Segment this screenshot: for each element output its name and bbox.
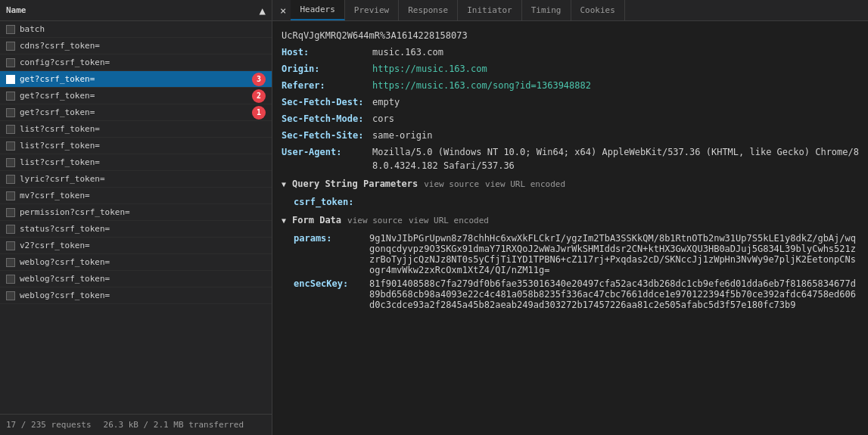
referer-value[interactable]: https://music.163.com/song?id=1363948882: [372, 79, 859, 92]
query-section-content: csrf_token:: [272, 194, 868, 210]
form-section-content: params: 9g1NvJIbPGrUpwn8z78chhHc6xwXkFLC…: [272, 230, 868, 313]
item-checkbox[interactable]: [6, 258, 15, 267]
csrf-token-param-row: csrf_token:: [294, 195, 859, 209]
sec-fetch-dest-label: Sec-Fetch-Dest:: [282, 95, 372, 109]
item-checkbox[interactable]: [6, 25, 15, 34]
item-name: permission?csrf_token=: [20, 207, 266, 217]
tab-cookies[interactable]: Cookies: [571, 0, 625, 20]
network-list-item[interactable]: config?csrf_token=: [0, 54, 272, 71]
referer-row: Referer: https://music.163.com/song?id=1…: [272, 77, 868, 94]
sec-fetch-site-row: Sec-Fetch-Site: same-origin: [272, 127, 868, 144]
user-agent-label: User-Agent:: [282, 145, 372, 172]
enc-sec-key-row: encSecKey: 81f901408588c7fa279df0b6fae35…: [294, 277, 859, 312]
item-checkbox[interactable]: [6, 241, 15, 250]
user-agent-row: User-Agent: Mozilla/5.0 (Windows NT 10.0…: [272, 144, 868, 174]
left-panel: Name ▲ batchcdns?csrf_token=config?csrf_…: [0, 0, 272, 435]
item-name: get?csrf_token=: [20, 107, 249, 117]
network-list-item[interactable]: list?csrf_token=: [0, 138, 272, 154]
tab-initiator[interactable]: Initiator: [458, 0, 522, 20]
network-list-item[interactable]: weblog?csrf_token=: [0, 254, 272, 271]
sec-fetch-site-label: Sec-Fetch-Site:: [282, 129, 372, 142]
item-checkbox[interactable]: [6, 92, 15, 101]
item-name: list?csrf_token=: [20, 141, 266, 151]
item-name: batch: [20, 24, 266, 34]
network-list-item[interactable]: get?csrf_token=1: [0, 104, 272, 121]
query-view-source-link[interactable]: view source: [424, 179, 479, 189]
item-checkbox[interactable]: [6, 175, 15, 184]
network-list-item[interactable]: batch: [0, 21, 272, 38]
network-list-item[interactable]: weblog?csrf_token=: [0, 271, 272, 287]
tab-preview[interactable]: Preview: [345, 0, 399, 20]
item-checkbox[interactable]: [6, 291, 15, 300]
item-name: v2?csrf_token=: [20, 241, 266, 250]
item-checkbox[interactable]: [6, 75, 15, 84]
sec-fetch-site-value: same-origin: [372, 129, 859, 142]
content-area: UcRqVJgKMRQ2W644mR%3A1614228158073 Host:…: [272, 21, 868, 435]
tab-response[interactable]: Response: [399, 0, 458, 20]
params-label: params:: [294, 233, 369, 275]
item-badge: 3: [252, 73, 266, 86]
item-checkbox[interactable]: [6, 191, 15, 200]
item-checkbox[interactable]: [6, 141, 15, 151]
item-checkbox[interactable]: [6, 42, 15, 51]
tab-timing[interactable]: Timing: [522, 0, 571, 20]
url-header-row: UcRqVJgKMRQ2W644mR%3A1614228158073: [272, 27, 868, 44]
item-checkbox[interactable]: [6, 275, 15, 284]
item-name: mv?csrf_token=: [20, 191, 266, 200]
item-checkbox[interactable]: [6, 158, 15, 167]
item-name: lyric?csrf_token=: [20, 174, 266, 184]
form-toggle-icon[interactable]: ▼: [282, 216, 286, 225]
item-name: status?csrf_token=: [20, 224, 266, 234]
network-list-item[interactable]: mv?csrf_token=: [0, 188, 272, 204]
form-view-source-link[interactable]: view source: [347, 216, 403, 225]
query-view-url-encoded-link[interactable]: view URL encoded: [485, 179, 565, 189]
user-agent-value: Mozilla/5.0 (Windows NT 10.0; Win64; x64…: [372, 145, 859, 172]
network-list-item[interactable]: weblog?csrf_token=: [0, 287, 272, 304]
url-value: UcRqVJgKMRQ2W644mR%3A1614228158073: [282, 29, 859, 42]
network-list-item[interactable]: list?csrf_token=: [0, 154, 272, 171]
tab-headers[interactable]: Headers: [291, 0, 344, 20]
referer-label: Referer:: [282, 79, 372, 92]
item-name: list?csrf_token=: [20, 124, 266, 134]
network-list-item[interactable]: lyric?csrf_token=: [0, 171, 272, 188]
sort-icon[interactable]: ▲: [260, 5, 266, 17]
params-row: params: 9g1NvJIbPGrUpwn8z78chhHc6xwXkFLC…: [294, 231, 859, 277]
network-list-item[interactable]: list?csrf_token=: [0, 121, 272, 138]
params-value: 9g1NvJIbPGrUpwn8z78chhHc6xwXkFLCkrI/ygzI…: [369, 233, 859, 275]
item-checkbox[interactable]: [6, 58, 15, 67]
item-name: list?csrf_token=: [20, 157, 266, 167]
item-badge: 2: [252, 89, 266, 103]
item-checkbox[interactable]: [6, 225, 15, 234]
query-toggle-icon[interactable]: ▼: [282, 180, 286, 188]
item-checkbox[interactable]: [6, 125, 15, 134]
form-view-url-encoded-link[interactable]: view URL encoded: [409, 216, 489, 225]
origin-value[interactable]: https://music.163.com: [372, 62, 859, 76]
item-checkbox[interactable]: [6, 108, 15, 117]
close-button[interactable]: ×: [275, 0, 291, 20]
form-section-header: ▼ Form Data view source view URL encoded: [272, 210, 868, 230]
network-list[interactable]: batchcdns?csrf_token=config?csrf_token=g…: [0, 21, 272, 414]
network-list-item[interactable]: get?csrf_token=2: [0, 88, 272, 104]
left-footer: 17 / 235 requests 26.3 kB / 2.1 MB trans…: [0, 414, 272, 435]
network-list-item[interactable]: status?csrf_token=: [0, 221, 272, 238]
network-list-item[interactable]: permission?csrf_token=: [0, 204, 272, 221]
item-name: config?csrf_token=: [20, 57, 266, 67]
transfer-size: 26.3 kB / 2.1 MB transferred: [104, 420, 244, 430]
left-header: Name ▲: [0, 0, 272, 21]
item-checkbox[interactable]: [6, 208, 15, 217]
item-name: cdns?csrf_token=: [20, 41, 266, 51]
right-panel: × HeadersPreviewResponseInitiatorTimingC…: [272, 0, 868, 435]
enc-sec-key-value: 81f901408588c7fa279df0b6fae353016340e204…: [369, 278, 859, 310]
tabs-container: HeadersPreviewResponseInitiatorTimingCoo…: [291, 0, 624, 20]
network-list-item[interactable]: v2?csrf_token=: [0, 238, 272, 254]
sec-fetch-dest-value: empty: [372, 95, 859, 109]
item-name: get?csrf_token=: [20, 74, 249, 84]
network-list-item[interactable]: cdns?csrf_token=: [0, 38, 272, 54]
item-badge: 1: [252, 106, 266, 120]
tabs-bar: × HeadersPreviewResponseInitiatorTimingC…: [272, 0, 868, 21]
origin-row: Origin: https://music.163.com: [272, 61, 868, 77]
sec-fetch-mode-value: cors: [372, 112, 859, 126]
network-list-item[interactable]: get?csrf_token=3: [0, 71, 272, 88]
csrf-token-label: csrf_token:: [294, 197, 369, 207]
origin-label: Origin:: [282, 62, 372, 76]
